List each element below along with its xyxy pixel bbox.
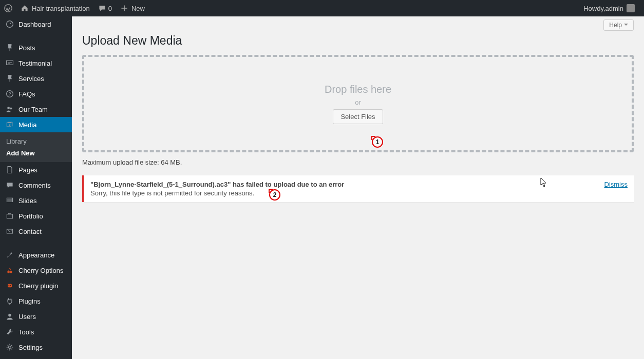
sidebar-item-comments[interactable]: Comments [0,177,72,193]
svg-rect-11 [8,284,12,287]
sidebar-item-portfolio[interactable]: Portfolio [0,208,72,224]
upload-error-notice: "Bjorn_Lynne-Starfield_(5-1_Surround).ac… [82,175,634,202]
svg-point-9 [7,271,10,273]
sidebar-item-posts[interactable]: Posts [0,40,72,55]
wordpress-icon [4,4,12,12]
max-upload-size: Maximum upload file size: 64 MB. [82,158,634,166]
sidebar-item-label: Cherry plugin [18,282,58,290]
home-icon [21,4,29,12]
brush-icon [5,251,14,259]
new-content-link[interactable]: New [116,0,149,16]
sidebar-item-label: Testimonial [18,59,52,67]
sidebar-item-media[interactable]: Media [0,117,72,132]
admin-bar: Hair transplantation 0 New Howdy, admin [0,0,644,16]
sidebar-item-settings[interactable]: Settings [0,340,72,355]
sidebar-item-slides[interactable]: Slides [0,193,72,208]
comments-count: 0 [108,5,112,12]
avatar [627,4,635,12]
svg-point-0 [5,5,12,12]
admin-sidebar: DashboardPostsTestimonialServices?FAQsOu… [0,16,72,359]
media-icon [5,121,14,129]
sidebar-item-contact[interactable]: Contact [0,224,72,239]
sidebar-submenu: LibraryAdd New [0,132,72,162]
page-icon [5,166,14,174]
svg-point-14 [8,314,11,317]
cursor-icon [540,177,547,188]
sidebar-item-label: Contact [18,228,42,235]
sidebar-item-label: Pages [18,166,37,174]
help-tab[interactable]: Help [603,19,634,31]
sidebar-item-label: Services [18,75,44,83]
user-icon [5,312,14,321]
cherryplug-icon [5,282,14,290]
svg-text:?: ? [9,91,11,96]
sidebar-item-pages[interactable]: Pages [0,162,72,177]
sidebar-subitem-library[interactable]: Library [0,135,72,147]
mail-icon [5,227,14,235]
sidebar-item-tools[interactable]: Tools [0,324,72,340]
svg-point-5 [7,107,10,109]
upload-dropzone[interactable]: Drop files here or Select Files 1 [82,55,634,152]
help-label: Help [609,22,622,29]
menu-separator [0,239,72,247]
howdy-username: admin [605,5,623,12]
sidebar-item-label: FAQs [18,90,35,98]
svg-point-12 [8,285,9,286]
sidebar-item-faqs[interactable]: ?FAQs [0,86,72,102]
dismiss-link[interactable]: Dismiss [604,181,628,188]
plus-icon [120,4,128,12]
dashboard-icon [5,20,14,28]
error-title: "Bjorn_Lynne-Starfield_(5-1_Surround).ac… [90,181,344,188]
sidebar-item-label: Settings [18,344,43,351]
slides-icon [5,196,14,205]
cherry-icon [5,266,14,274]
sidebar-item-plugins[interactable]: Plugins [0,293,72,309]
sidebar-item-our-team[interactable]: Our Team [0,102,72,117]
annotation-circle-2: 2 [269,189,280,201]
sidebar-item-label: Cherry Options [18,267,63,274]
sidebar-item-testimonial[interactable]: Testimonial [0,55,72,71]
quote-icon [5,59,14,67]
sidebar-item-label: Users [18,313,36,321]
sidebar-item-users[interactable]: Users [0,309,72,324]
sidebar-item-label: Comments [18,182,51,189]
chevron-down-icon [624,24,628,28]
portfolio-icon [5,212,14,220]
sidebar-subitem-add-new[interactable]: Add New [0,147,72,159]
comment-icon [5,181,14,189]
help-icon: ? [5,90,14,98]
sidebar-item-label: Slides [18,197,36,205]
pin-icon [5,74,14,83]
content-area: Help Upload New Media Drop files here or… [72,16,644,359]
svg-rect-7 [7,198,12,202]
pin-icon [5,44,14,52]
site-name-label: Hair transplantation [32,5,90,12]
howdy-user[interactable]: Howdy, admin [576,0,639,16]
site-name-link[interactable]: Hair transplantation [16,0,94,16]
svg-point-13 [10,285,11,286]
annotation-circle-1: 1 [372,136,383,148]
sidebar-item-label: Tools [18,328,34,336]
sidebar-item-label: Our Team [18,106,48,113]
select-files-button[interactable]: Select Files [333,109,383,124]
sidebar-item-label: Posts [18,44,35,52]
sidebar-item-services[interactable]: Services [0,71,72,86]
sidebar-item-cherry-plugin[interactable]: Cherry plugin [0,278,72,293]
sidebar-item-dashboard[interactable]: Dashboard [0,16,72,32]
svg-point-6 [10,107,12,109]
wp-logo[interactable] [0,0,16,16]
svg-point-15 [9,346,11,349]
dropzone-instruction: Drop files here [325,84,391,95]
dropzone-or: or [355,98,361,106]
settings-icon [5,343,14,351]
sidebar-item-label: Media [18,121,36,129]
new-label: New [131,5,145,12]
svg-rect-2 [7,61,13,65]
plug-icon [5,297,14,305]
users-icon [5,105,14,113]
sidebar-item-appearance[interactable]: Appearance [0,247,72,263]
comment-icon [98,4,106,12]
comments-link[interactable]: 0 [94,0,116,16]
error-message: Sorry, this file type is not permitted f… [90,189,344,197]
sidebar-item-cherry-options[interactable]: Cherry Options [0,263,72,278]
